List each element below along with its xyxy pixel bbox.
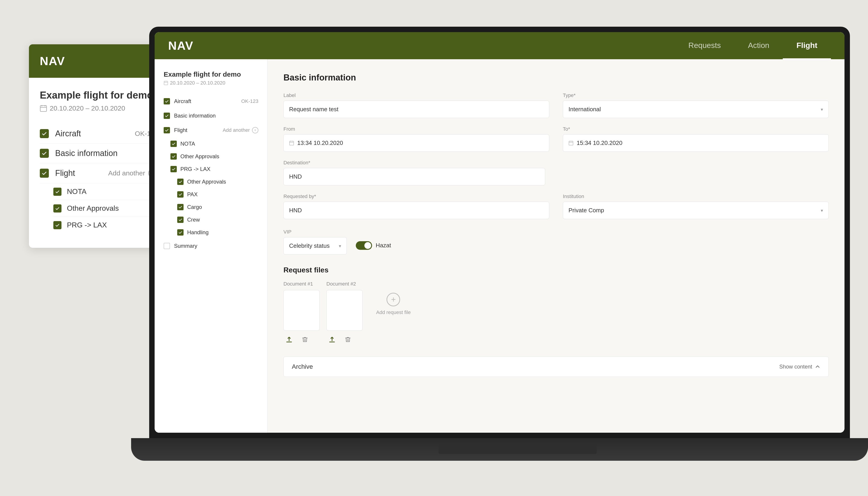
add-file-circle: + bbox=[386, 293, 400, 306]
doc2-box bbox=[327, 290, 363, 331]
chevron-up-icon bbox=[815, 364, 820, 369]
show-content-btn[interactable]: Show content bbox=[779, 363, 820, 370]
sidebar-item-aircraft[interactable]: Aircraft OK-123 bbox=[155, 94, 267, 109]
left-sub-other-approvals[interactable]: Other Approvals bbox=[53, 200, 158, 217]
left-flight-label: Flight bbox=[55, 168, 102, 178]
svg-rect-12 bbox=[569, 141, 573, 145]
doc1-upload-btn[interactable] bbox=[283, 334, 295, 345]
sidebar-flight-title: Example flight for demo bbox=[155, 71, 267, 80]
vip-field: VIP Celebrity status ▾ bbox=[283, 229, 347, 254]
type-select[interactable]: International ▾ bbox=[563, 100, 828, 118]
left-item-basic-info[interactable]: Basic information bbox=[40, 143, 158, 163]
requested-by-input[interactable]: HND bbox=[283, 202, 549, 219]
left-item-flight[interactable]: Flight Add another + bbox=[40, 163, 158, 183]
to-label: To* bbox=[563, 126, 828, 132]
add-file-label: Add request file bbox=[376, 310, 411, 315]
sidebar-sub-pax[interactable]: PAX bbox=[177, 188, 267, 201]
vip-chevron-icon: ▾ bbox=[339, 243, 341, 249]
sidebar-crew-label: Crew bbox=[187, 217, 258, 223]
laptop-screen-inner: NAV Requests Action Flight Ex bbox=[155, 32, 845, 433]
sidebar-handling-label: Handling bbox=[187, 229, 258, 236]
hazat-toggle[interactable] bbox=[356, 241, 372, 250]
doc1-delete-btn[interactable] bbox=[299, 334, 311, 345]
laptop-trackpad bbox=[439, 443, 597, 454]
left-card-body: Example flight for demo 20.10.2020 – 20.… bbox=[29, 78, 169, 248]
left-basic-info-label: Basic information bbox=[55, 149, 158, 158]
sidebar-prg-lax-sub-items: Other Approvals PAX Cargo bbox=[155, 175, 267, 239]
laptop: NAV Requests Action Flight Ex bbox=[149, 27, 850, 474]
sidebar-uncheck-summary bbox=[164, 243, 170, 249]
left-sub-items: NOTA Other Approvals PRG -> LAX bbox=[40, 183, 158, 233]
main-content: Example flight for demo 20.10.2020 – 20.… bbox=[155, 59, 845, 433]
institution-label: Institution bbox=[563, 193, 828, 199]
sidebar: Example flight for demo 20.10.2020 – 20.… bbox=[155, 59, 268, 433]
to-input[interactable]: 15:34 10.20.2020 bbox=[563, 134, 828, 152]
doc1-actions bbox=[283, 334, 320, 345]
label-input[interactable]: Request name test bbox=[283, 100, 549, 118]
request-files-title: Request files bbox=[283, 266, 828, 274]
type-label: Type* bbox=[563, 92, 828, 98]
file-card-1: Document #1 bbox=[283, 281, 320, 345]
left-prg-lax-label: PRG -> LAX bbox=[67, 221, 107, 229]
doc2-label: Document #2 bbox=[327, 281, 363, 287]
sidebar-item-summary[interactable]: Summary bbox=[155, 239, 267, 253]
hazat-toggle-wrap[interactable]: Hazat bbox=[356, 241, 391, 250]
toggle-knob bbox=[364, 242, 371, 249]
left-check-basic-info bbox=[40, 149, 49, 158]
sidebar-nota-label: NOTA bbox=[180, 141, 258, 147]
sidebar-aircraft-badge: OK-123 bbox=[241, 98, 258, 104]
sidebar-check-prg-other bbox=[177, 179, 184, 185]
sidebar-sub-crew[interactable]: Crew bbox=[177, 213, 267, 226]
sidebar-calendar-icon bbox=[164, 81, 168, 85]
from-calendar-icon bbox=[289, 141, 294, 145]
doc2-delete-btn[interactable] bbox=[342, 334, 353, 345]
left-check-aircraft bbox=[40, 129, 49, 138]
sidebar-item-basic-info[interactable]: Basic information bbox=[155, 109, 267, 123]
archive-row: Archive Show content bbox=[283, 357, 828, 377]
left-sub-prg-lax[interactable]: PRG -> LAX bbox=[53, 217, 158, 233]
form-field-from: From 13:34 10.20.2020 bbox=[283, 126, 549, 152]
left-sub-nota[interactable]: NOTA bbox=[53, 183, 158, 200]
sidebar-check-basic-info bbox=[164, 112, 170, 119]
left-nota-label: NOTA bbox=[67, 187, 86, 196]
institution-select[interactable]: Private Comp ▾ bbox=[563, 202, 828, 219]
svg-rect-0 bbox=[40, 106, 47, 111]
left-check-prg-lax bbox=[53, 221, 62, 229]
sidebar-date: 20.10.2020 – 20.10.2020 bbox=[155, 80, 267, 94]
left-flight-date-text: 20.10.2020 – 20.10.2020 bbox=[50, 105, 125, 112]
sidebar-check-flight bbox=[164, 127, 170, 134]
sidebar-sub-handling[interactable]: Handling bbox=[177, 226, 267, 239]
left-item-aircraft[interactable]: Aircraft OK-123 bbox=[40, 124, 158, 143]
tab-flight[interactable]: Flight bbox=[783, 32, 831, 59]
form-field-to: To* 15:34 10.20.2020 bbox=[563, 126, 828, 152]
institution-chevron-icon: ▾ bbox=[821, 208, 823, 213]
tab-requests[interactable]: Requests bbox=[675, 32, 735, 59]
files-row: Document #1 bbox=[283, 281, 828, 345]
sidebar-add-circle: + bbox=[252, 127, 258, 134]
left-check-flight bbox=[40, 169, 49, 178]
left-card-header: NAV bbox=[29, 44, 169, 78]
doc2-upload-btn[interactable] bbox=[327, 334, 338, 345]
sidebar-sub-prg-lax[interactable]: PRG -> LAX bbox=[155, 163, 267, 175]
sidebar-pax-label: PAX bbox=[187, 191, 258, 198]
sidebar-item-flight[interactable]: Flight Add another + bbox=[155, 123, 267, 137]
from-input[interactable]: 13:34 10.20.2020 bbox=[283, 134, 549, 152]
vip-select[interactable]: Celebrity status ▾ bbox=[283, 237, 347, 254]
destination-input[interactable]: HND bbox=[283, 168, 545, 185]
sidebar-add-another[interactable]: Add another + bbox=[223, 127, 258, 134]
left-other-approvals-label: Other Approvals bbox=[67, 204, 119, 213]
sidebar-sub-nota[interactable]: NOTA bbox=[155, 137, 267, 150]
sidebar-basic-info-label: Basic information bbox=[174, 112, 258, 119]
sidebar-sub-cargo[interactable]: Cargo bbox=[177, 201, 267, 213]
form-field-requested-by: Requested by* HND bbox=[283, 193, 549, 219]
sidebar-sub-prg-other-approvals[interactable]: Other Approvals bbox=[177, 175, 267, 188]
to-calendar-icon bbox=[568, 141, 573, 145]
label-label: Label bbox=[283, 92, 549, 98]
doc2-actions bbox=[327, 334, 363, 345]
trash-icon-2 bbox=[345, 336, 351, 343]
form-field-label: Label Request name test bbox=[283, 92, 549, 118]
laptop-screen-outer: NAV Requests Action Flight Ex bbox=[149, 27, 850, 438]
tab-action[interactable]: Action bbox=[735, 32, 783, 59]
add-file-area[interactable]: + Add request file bbox=[369, 286, 417, 322]
sidebar-sub-other-approvals[interactable]: Other Approvals bbox=[155, 150, 267, 163]
